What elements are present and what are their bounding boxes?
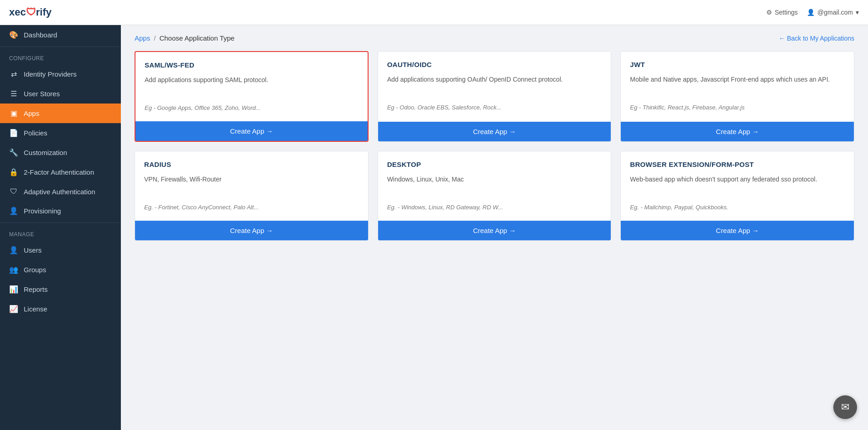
card-examples-browser-ext: Eg. - Mailchimp, Paypal, Quickbooks.	[630, 204, 845, 211]
adaptive-auth-icon: 🛡	[9, 187, 18, 196]
sidebar-item-license[interactable]: 📈 License	[0, 299, 121, 319]
card-title-jwt: JWT	[630, 61, 845, 68]
sidebar-item-label: Provisioning	[24, 207, 61, 215]
manage-section-label: Manage	[0, 225, 121, 240]
card-examples-oauth: Eg - Odoo, Oracle EBS, Salesforce, Rock.…	[387, 104, 602, 111]
sidebar-item-user-stores[interactable]: ☰ User Stores	[0, 84, 121, 104]
card-examples-radius: Eg. - Fortinet, Cisco AnyConnect, Palo A…	[144, 204, 359, 211]
card-examples-saml: Eg - Google Apps, Office 365, Zoho, Word…	[145, 104, 359, 111]
breadcrumb-separator: /	[154, 34, 156, 42]
main-layout: 🎨 Dashboard Configure ⇄ Identity Provide…	[0, 25, 868, 430]
card-body-desktop: DESKTOP Windows, Linux, Unix, Mac Eg. - …	[378, 151, 611, 221]
app-card-desktop: DESKTOP Windows, Linux, Unix, Mac Eg. - …	[378, 151, 612, 241]
sidebar-item-label: License	[24, 305, 47, 313]
card-body-oauth: OAUTH/OIDC Add applications supporting O…	[378, 52, 611, 122]
card-desc-desktop: Windows, Linux, Unix, Mac	[387, 175, 602, 197]
user-icon: 👤	[807, 9, 815, 16]
create-btn-browser-ext[interactable]: Create App →	[621, 221, 854, 240]
card-title-radius: RADIUS	[144, 161, 359, 168]
reports-icon: 📊	[9, 285, 18, 294]
chat-fab[interactable]: ✉	[833, 395, 857, 419]
breadcrumb-current: Choose Application Type	[159, 34, 234, 42]
card-footer-jwt: Create App →	[621, 122, 854, 141]
card-footer-radius: Create App →	[135, 221, 368, 240]
apps-icon: ▣	[9, 109, 18, 118]
card-desc-oauth: Add applications supporting OAuth/ OpenI…	[387, 75, 602, 97]
card-body-browser-ext: BROWSER EXTENSION/FORM-POST Web-based ap…	[621, 151, 854, 221]
sidebar-item-policies[interactable]: 📄 Policies	[0, 123, 121, 143]
card-desc-browser-ext: Web-based app which doesn't support any …	[630, 175, 845, 197]
sidebar-item-users[interactable]: 👤 Users	[0, 240, 121, 260]
card-footer-browser-ext: Create App →	[621, 221, 854, 240]
create-btn-saml[interactable]: Create App →	[135, 121, 368, 141]
sidebar-item-groups[interactable]: 👥 Groups	[0, 260, 121, 280]
card-title-browser-ext: BROWSER EXTENSION/FORM-POST	[630, 161, 845, 168]
2fa-icon: 🔒	[9, 168, 18, 176]
content-area: Apps / Choose Application Type ← Back to…	[121, 25, 868, 430]
sidebar-item-label: Dashboard	[24, 31, 57, 39]
card-desc-radius: VPN, Firewalls, Wifi-Router	[144, 175, 359, 197]
create-btn-jwt[interactable]: Create App →	[621, 122, 854, 141]
sidebar-item-dashboard[interactable]: 🎨 Dashboard	[0, 25, 121, 45]
card-title-oauth: OAUTH/OIDC	[387, 61, 602, 68]
card-title-saml: SAML/WS-FED	[145, 61, 359, 69]
logo-text: xec🛡rify	[9, 6, 52, 18]
sidebar-item-label: 2-Factor Authentication	[24, 168, 94, 176]
arrow-left-icon: ←	[779, 35, 785, 42]
logo: xec🛡rify	[9, 6, 52, 18]
groups-icon: 👥	[9, 265, 18, 274]
card-body-radius: RADIUS VPN, Firewalls, Wifi-Router Eg. -…	[135, 151, 368, 221]
user-info[interactable]: 👤 @gmail.com ▾	[807, 9, 859, 16]
card-footer-saml: Create App →	[135, 121, 368, 141]
dashboard-icon: 🎨	[9, 31, 18, 39]
sidebar-item-2fa[interactable]: 🔒 2-Factor Authentication	[0, 162, 121, 182]
sidebar-item-label: Adaptive Authentication	[24, 188, 95, 196]
sidebar-item-label: Identity Providers	[24, 70, 77, 78]
create-btn-oauth[interactable]: Create App →	[378, 122, 611, 141]
sidebar: 🎨 Dashboard Configure ⇄ Identity Provide…	[0, 25, 121, 430]
app-card-jwt: JWT Mobile and Native apps, Javascript F…	[620, 51, 854, 142]
sidebar-item-reports[interactable]: 📊 Reports	[0, 280, 121, 299]
sidebar-item-provisioning[interactable]: 👤 Provisioning	[0, 201, 121, 221]
create-btn-radius[interactable]: Create App →	[135, 221, 368, 240]
card-footer-oauth: Create App →	[378, 122, 611, 141]
user-email: @gmail.com	[817, 9, 853, 16]
app-card-browser-ext: BROWSER EXTENSION/FORM-POST Web-based ap…	[620, 151, 854, 241]
app-card-radius: RADIUS VPN, Firewalls, Wifi-Router Eg. -…	[135, 151, 369, 241]
users-icon: 👤	[9, 246, 18, 254]
sidebar-item-identity-providers[interactable]: ⇄ Identity Providers	[0, 64, 121, 84]
app-card-oauth: OAUTH/OIDC Add applications supporting O…	[378, 51, 612, 142]
provisioning-icon: 👤	[9, 207, 18, 215]
card-body-jwt: JWT Mobile and Native apps, Javascript F…	[621, 52, 854, 122]
topbar: xec🛡rify ⚙ Settings 👤 @gmail.com ▾	[0, 0, 868, 25]
breadcrumb: Apps / Choose Application Type ← Back to…	[135, 34, 854, 42]
sidebar-item-label: User Stores	[24, 90, 60, 98]
card-title-desktop: DESKTOP	[387, 161, 602, 168]
sidebar-item-label: Policies	[24, 129, 47, 137]
chat-icon: ✉	[841, 401, 849, 413]
sidebar-item-apps[interactable]: ▣ Apps	[0, 104, 121, 123]
breadcrumb-apps-link[interactable]: Apps	[135, 34, 150, 42]
sidebar-item-customization[interactable]: 🔧 Customization	[0, 143, 121, 162]
sidebar-item-label: Groups	[24, 266, 46, 274]
sidebar-item-adaptive-auth[interactable]: 🛡 Adaptive Authentication	[0, 182, 121, 201]
sidebar-item-label: Reports	[24, 285, 48, 293]
license-icon: 📈	[9, 305, 18, 313]
configure-section-label: Configure	[0, 49, 121, 64]
chevron-down-icon: ▾	[856, 9, 859, 16]
customization-icon: 🔧	[9, 148, 18, 157]
card-footer-desktop: Create App →	[378, 221, 611, 240]
card-desc-jwt: Mobile and Native apps, Javascript Front…	[630, 75, 845, 97]
card-examples-desktop: Eg. - Windows, Linux, RD Gateway, RD W..…	[387, 204, 602, 211]
sidebar-item-label: Customization	[24, 149, 67, 156]
sidebar-item-label: Users	[24, 246, 42, 254]
back-link[interactable]: ← Back to My Applications	[779, 35, 854, 42]
cards-grid: SAML/WS-FED Add applications supporting …	[135, 51, 854, 241]
settings-label: Settings	[774, 9, 798, 16]
user-stores-icon: ☰	[9, 89, 18, 98]
topbar-right: ⚙ Settings 👤 @gmail.com ▾	[766, 9, 859, 16]
identity-providers-icon: ⇄	[9, 70, 18, 78]
create-btn-desktop[interactable]: Create App →	[378, 221, 611, 240]
settings-link[interactable]: ⚙ Settings	[766, 9, 798, 16]
card-examples-jwt: Eg - Thinkific, React.js, Firebase, Angu…	[630, 104, 845, 111]
